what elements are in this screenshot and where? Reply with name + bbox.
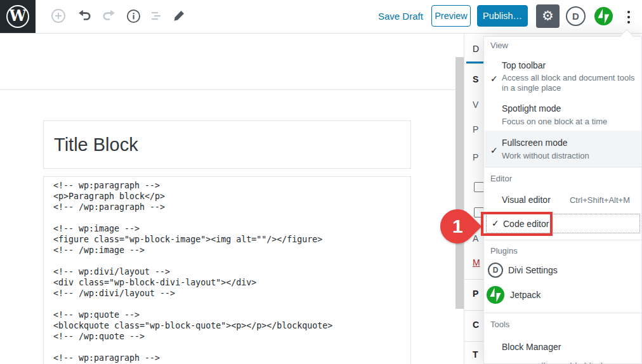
menu-item-visual-editor[interactable]: Visual editor xyxy=(502,194,551,205)
divi-d-icon: D xyxy=(572,11,579,22)
menu-item-code-editor[interactable]: Code editor xyxy=(503,218,549,230)
menu-section-editor: Editor xyxy=(490,174,512,183)
content-structure-button[interactable] xyxy=(126,8,141,23)
options-menu: View Top toolbar ✓ Access all block and … xyxy=(483,36,642,364)
list-outline-icon xyxy=(150,9,164,23)
pencil-icon xyxy=(172,9,186,23)
menu-item-fullscreen-mode[interactable]: Fullscreen mode xyxy=(502,137,568,148)
edit-tool-button[interactable] xyxy=(171,8,187,23)
save-draft-button[interactable]: Save Draft xyxy=(378,11,423,22)
menu-item-block-manager[interactable]: Block Manager xyxy=(502,341,561,353)
tab-document[interactable]: D xyxy=(473,44,479,54)
categories-panel-header[interactable]: C xyxy=(473,320,479,330)
post-title-input[interactable]: Title Block xyxy=(43,120,411,169)
menu-section-plugins: Plugins xyxy=(490,246,518,256)
canvas-divider xyxy=(0,89,464,90)
permalink-panel-header[interactable]: P xyxy=(473,289,478,299)
wordpress-logo-button[interactable]: W xyxy=(0,0,36,33)
editor-scrollbar[interactable] xyxy=(455,57,464,309)
menu-item-spotlight-mode[interactable]: Spotlight mode xyxy=(502,103,561,114)
plus-circle-icon xyxy=(51,8,66,23)
post-title-text: Title Block xyxy=(54,134,138,155)
settings-toggle-button[interactable]: ⚙ xyxy=(536,4,560,28)
divi-toolbar-button[interactable]: D xyxy=(566,6,586,26)
pending-review-checkbox[interactable] xyxy=(474,207,484,218)
redo-button[interactable] xyxy=(102,8,117,23)
gear-icon: ⚙ xyxy=(542,10,554,23)
editor-canvas: Title Block <!-- wp:paragraph --> <p>Par… xyxy=(0,34,464,364)
publish-button[interactable]: Publish… xyxy=(477,5,528,27)
visual-editor-shortcut: Ctrl+Shift+Alt+M xyxy=(570,195,630,205)
menu-section-view: View xyxy=(490,41,508,50)
wordpress-w-letter: W xyxy=(10,8,27,23)
editor-header: W xyxy=(0,0,642,34)
post-format-label: P xyxy=(473,152,478,162)
code-editor-content: <!-- wp:paragraph --> <p>Paragraph block… xyxy=(44,177,410,364)
menu-item-fullscreen-desc: Work without distraction xyxy=(502,151,635,161)
publish-label: P xyxy=(473,124,478,134)
status-visibility-panel-header[interactable]: S xyxy=(473,74,478,84)
menu-divider xyxy=(485,167,642,167)
check-icon: ✓ xyxy=(490,74,498,84)
menu-item-top-toolbar-desc: Access all block and document tools in a… xyxy=(502,73,635,93)
annotation-step-number: 1 xyxy=(452,216,463,237)
jetpack-icon xyxy=(594,6,613,26)
wordpress-logo-icon: W xyxy=(6,5,29,28)
menu-item-jetpack[interactable]: Jetpack xyxy=(486,285,540,304)
move-to-trash-link[interactable]: M xyxy=(473,257,480,268)
preview-button[interactable]: Preview xyxy=(431,5,471,27)
block-navigation-button[interactable] xyxy=(149,8,164,23)
menu-item-fullscreen-highlight xyxy=(485,131,642,167)
tags-panel-header[interactable]: T xyxy=(473,349,478,360)
stick-to-top-checkbox[interactable] xyxy=(474,182,484,192)
menu-section-tools: Tools xyxy=(490,320,509,329)
check-icon: ✓ xyxy=(492,218,499,228)
code-editor-textarea[interactable]: <!-- wp:paragraph --> <p>Paragraph block… xyxy=(43,176,411,364)
jetpack-icon xyxy=(486,285,505,304)
check-icon: ✓ xyxy=(490,145,498,155)
menu-item-spotlight-desc: Focus on one block at a time xyxy=(502,117,635,127)
menu-item-divi-settings[interactable]: D Divi Settings xyxy=(488,263,558,278)
jetpack-toolbar-button[interactable] xyxy=(594,6,613,26)
visibility-label: V xyxy=(473,100,478,110)
menu-divider xyxy=(485,313,642,313)
menu-item-top-toolbar[interactable]: Top toolbar xyxy=(502,60,546,71)
menu-item-manage-reusable-blocks[interactable]: Manage all reusable blocks xyxy=(502,361,610,364)
divi-d-icon: D xyxy=(488,263,503,278)
add-block-button[interactable] xyxy=(51,8,66,23)
info-icon xyxy=(126,9,141,23)
more-options-button[interactable] xyxy=(624,8,633,26)
menu-divider xyxy=(485,240,642,240)
undo-icon xyxy=(77,9,91,23)
ellipsis-icon xyxy=(627,11,631,14)
redo-icon xyxy=(102,9,116,23)
undo-button[interactable] xyxy=(77,8,92,23)
author-label: A xyxy=(473,233,478,244)
